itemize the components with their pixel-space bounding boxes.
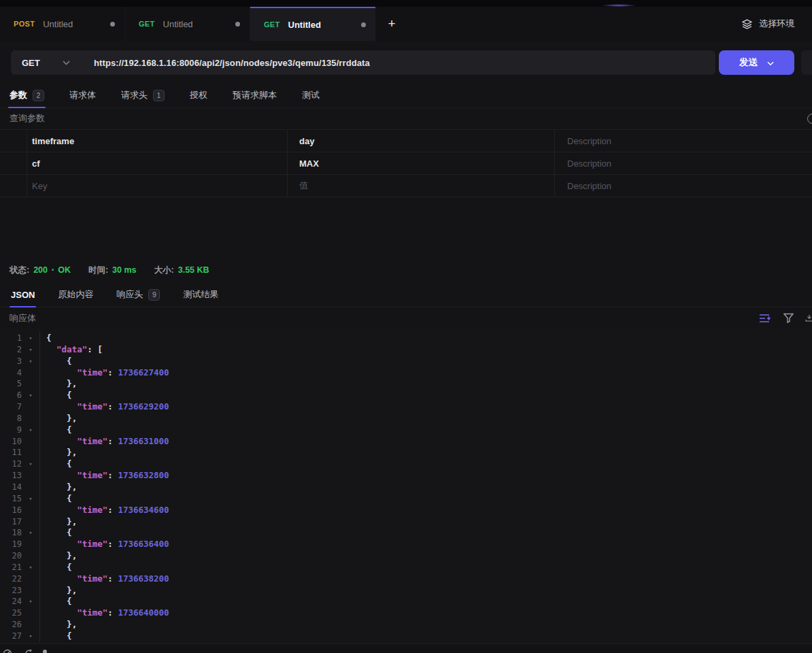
tab-response-4[interactable]: 测试结果 [183,282,218,307]
code-line: 26 }, [0,619,812,631]
tab-response-3[interactable]: 响应头9 [116,282,160,307]
param-key: Key [32,181,47,191]
code-text: }, [40,378,77,390]
code-line: 13 "time": 1736632800 [0,470,812,482]
param-row: cfMAXDescription [0,152,812,175]
code-line: 24▾ { [0,596,812,607]
code-line: 4 "time": 1736627400 [0,367,812,379]
fold-arrow-icon[interactable]: ▾ [22,356,40,367]
help-circle-icon[interactable] [807,114,812,124]
tab-request-2[interactable]: 请求体 [69,83,96,107]
tab-request-6[interactable]: 测试 [302,83,320,107]
param-key-cell[interactable]: timeframe [27,130,288,152]
param-key-cell[interactable]: Key [27,175,288,197]
fold-gutter [22,482,40,493]
chevron-down-icon[interactable] [63,61,83,65]
param-value-cell[interactable]: 值 [288,175,555,197]
send-button[interactable]: 发送 [719,50,794,75]
line-number: 22 [0,573,22,585]
status-label: 状态: [10,265,29,276]
param-value-cell[interactable]: MAX [288,152,555,174]
param-key: cf [32,158,40,169]
fold-gutter [22,436,40,448]
size-label: 大小: [154,265,174,276]
code-line: 10 "time": 1736631000 [0,436,812,448]
tab-request-3[interactable]: 请求头1 [121,83,165,107]
tab-request-1[interactable]: 参数2 [10,83,44,107]
tab-request-label: 预请求脚本 [233,89,277,101]
code-text: "time": 1736640000 [40,607,169,619]
fold-arrow-icon[interactable]: ▾ [22,527,40,539]
tab-request-5[interactable]: 预请求脚本 [233,83,277,107]
fold-arrow-icon[interactable]: ▾ [22,390,40,401]
save-button-partial[interactable] [801,50,812,75]
fold-arrow-icon[interactable]: ▾ [22,333,40,344]
format-lines-icon[interactable] [759,312,771,324]
fold-gutter [22,367,40,379]
url-text[interactable]: https://192.168.1.16:8006/api2/json/node… [83,58,370,68]
fold-arrow-icon[interactable]: ▾ [22,344,40,356]
tab-response-2[interactable]: 原始内容 [58,282,93,307]
tab-title: Untitled [163,19,227,29]
new-tab-button[interactable]: + [375,7,408,41]
window-top-strip [0,0,812,7]
request-tab-3[interactable]: GETUntitled [250,7,375,41]
tab-request-label: 测试 [302,89,320,101]
code-line: 12▾ { [0,458,812,470]
line-number: 12 [0,458,22,470]
param-row: timeframedayDescription [0,130,812,152]
param-row-handle[interactable] [0,175,27,197]
line-number: 17 [0,516,22,528]
fold-arrow-icon[interactable]: ▾ [22,424,40,436]
code-text: }, [40,482,77,493]
fold-arrow-icon[interactable]: ▾ [22,493,40,505]
fold-arrow-icon[interactable]: ▾ [22,631,40,642]
time-label: 时间: [88,265,108,276]
environment-selector[interactable]: 选择环境 [741,7,812,41]
code-line: 7 "time": 1736629200 [0,401,812,413]
query-params-label: 查询参数 [0,112,45,124]
param-key-cell[interactable]: cf [27,152,288,174]
fold-gutter [22,378,40,390]
line-number: 16 [0,505,22,516]
json-response-viewer[interactable]: 1▾{2▾ "data": [3▾ {4 "time": 17366274005… [0,329,812,643]
param-description-cell[interactable]: Description [555,152,812,174]
download-icon[interactable] [805,312,812,324]
tab-response-1[interactable]: JSON [11,282,35,307]
code-text: }, [40,585,77,597]
tab-request-4[interactable]: 授权 [190,83,207,107]
tab-method-label: POST [14,20,35,28]
param-description-cell[interactable]: Description [555,175,812,197]
code-text: { [40,424,72,436]
param-value-cell[interactable]: day [288,130,555,152]
fold-arrow-icon[interactable]: ▾ [22,596,40,607]
console-icon[interactable] [3,649,12,653]
method-dropdown[interactable]: GET [11,58,63,68]
param-description-cell[interactable]: Description [555,130,812,152]
param-description: Description [567,181,611,191]
response-status-bar: 状态: 200 • OK 时间: 30 ms 大小: 3.55 KB [0,258,812,282]
chevron-down-icon[interactable] [767,56,774,69]
param-description: Description [567,158,611,169]
query-params-header: 查询参数 [0,107,812,129]
count-badge: 2 [33,90,44,101]
line-number: 7 [0,401,22,413]
code-text: { [40,333,52,344]
tab-title: Untitled [288,20,353,30]
line-number: 18 [0,527,22,539]
count-badge: 9 [148,289,160,301]
request-tab-2[interactable]: GETUntitled [125,7,250,41]
code-line: 11 }, [0,447,812,458]
param-row-handle[interactable] [0,152,27,174]
funnel-icon[interactable] [782,312,794,324]
request-tab-1[interactable]: POSTUntitled [0,7,125,41]
code-text: "time": 1736627400 [40,367,169,379]
fold-arrow-icon[interactable]: ▾ [22,458,40,470]
param-row-handle[interactable] [0,130,27,152]
line-number: 3 [0,356,22,367]
size-value: 3.55 KB [178,265,209,275]
fold-arrow-icon[interactable]: ▾ [22,562,40,573]
line-number: 26 [0,619,22,631]
refresh-icon[interactable] [24,649,34,653]
url-input[interactable]: GET https://192.168.1.16:8006/api2/json/… [11,50,715,75]
